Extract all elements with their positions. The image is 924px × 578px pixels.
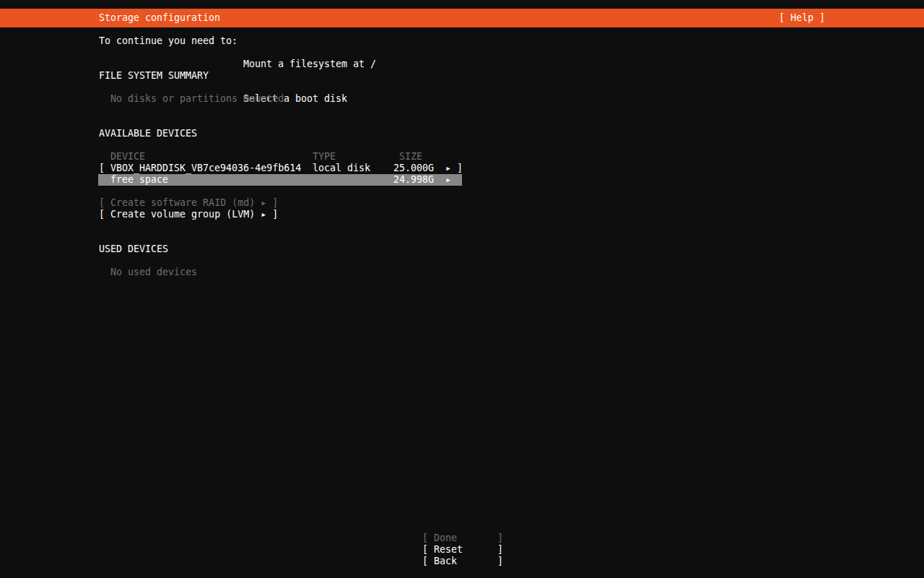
- button-label-wrap: [ Reset: [422, 544, 463, 556]
- storage-configuration-screen: Storage configuration [ Help ] To contin…: [0, 0, 924, 578]
- device-size: 25.000G: [393, 163, 434, 174]
- button-bracket-close: ]: [497, 556, 503, 567]
- page-title: Storage configuration: [99, 12, 220, 24]
- used-devices-heading: USED DEVICES: [99, 243, 168, 255]
- column-header-size: SIZE: [399, 151, 422, 163]
- reset-button[interactable]: [ Reset]: [422, 544, 503, 556]
- button-bracket-close: ]: [497, 532, 503, 544]
- button-bracket-open: [: [99, 197, 105, 208]
- expand-arrow-icon: ▸: [445, 174, 451, 186]
- button-label: Create volume group (LVM): [110, 209, 255, 220]
- button-bracket-open: [: [422, 544, 428, 555]
- done-button[interactable]: [ Done]: [422, 532, 503, 544]
- submenu-arrow-icon: ▸: [261, 197, 266, 208]
- help-button[interactable]: [ Help ]: [779, 12, 825, 24]
- device-name: VBOX_HARDDISK_VB7ce94036-4e9fb614: [110, 163, 301, 174]
- button-bracket-open: [: [99, 209, 105, 220]
- row-bracket-open: [: [99, 163, 105, 174]
- file-system-summary-empty: No disks or partitions mounted.: [110, 93, 289, 105]
- device-row-free-space[interactable]: free space 24.998G ▸: [98, 174, 462, 186]
- back-button[interactable]: [ Back]: [422, 556, 503, 567]
- file-system-summary-heading: FILE SYSTEM SUMMARY: [99, 70, 209, 82]
- row-bracket-close: ]: [457, 163, 463, 174]
- button-bracket-close: ]: [497, 544, 503, 556]
- device-size: 24.998G: [393, 174, 434, 186]
- expand-arrow-icon: ▸: [445, 163, 451, 174]
- requirement-mount-filesystem: Mount a filesystem at /: [243, 59, 376, 70]
- used-devices-empty: No used devices: [110, 267, 197, 278]
- column-header-type: TYPE: [313, 151, 336, 163]
- button-label-wrap: [ Back: [422, 556, 457, 567]
- button-label: Reset: [434, 544, 463, 555]
- button-bracket-open: [: [422, 532, 428, 543]
- device-name: free space: [110, 174, 168, 186]
- create-software-raid-button[interactable]: [ Create software RAID (md) ▸ ]: [99, 197, 278, 209]
- button-bracket-close: ]: [272, 197, 278, 208]
- intro-prefix: To continue you need to:: [99, 35, 237, 47]
- create-volume-group-button[interactable]: [ Create volume group (LVM) ▸ ]: [99, 209, 278, 220]
- available-devices-heading: AVAILABLE DEVICES: [99, 128, 197, 139]
- button-bracket-open: [: [422, 556, 428, 566]
- device-row-disk[interactable]: [ VBOX_HARDDISK_VB7ce94036-4e9fb614 loca…: [98, 163, 462, 174]
- device-type: local disk: [313, 163, 370, 174]
- submenu-arrow-icon: ▸: [261, 209, 266, 220]
- button-label-wrap: [ Done: [422, 532, 457, 544]
- column-header-device: DEVICE: [110, 151, 145, 163]
- title-bar: Storage configuration [ Help ]: [0, 9, 924, 27]
- button-label: Create software RAID (md): [110, 197, 255, 208]
- intro-requirements: Mount a filesystem at / Select a boot di…: [243, 35, 376, 128]
- button-bracket-close: ]: [272, 209, 278, 220]
- button-label: Done: [434, 532, 457, 543]
- button-label: Back: [434, 556, 457, 566]
